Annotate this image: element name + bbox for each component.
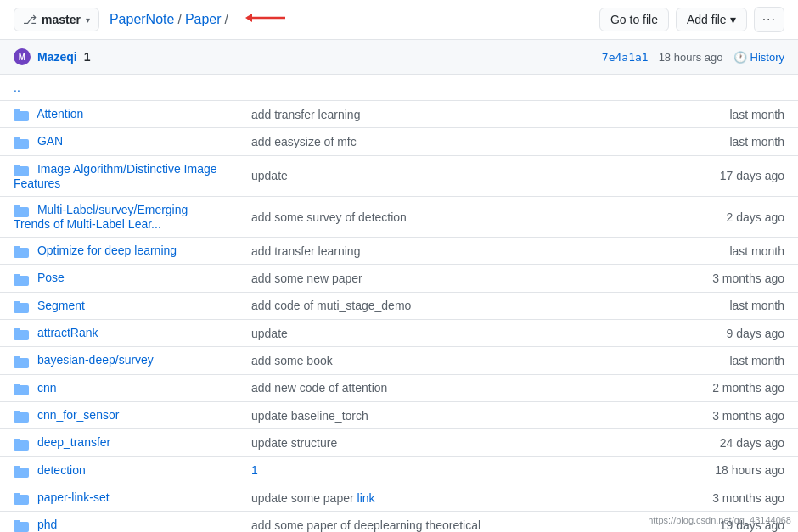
folder-icon [14, 409, 29, 423]
table-row: paper-link-set update some paper link3 m… [0, 484, 798, 511]
folder-icon [14, 108, 29, 121]
file-commit-message: update structure [238, 429, 638, 456]
file-time: last month [638, 292, 798, 319]
file-name-link[interactable]: detection [37, 463, 86, 477]
folder-icon [14, 355, 29, 368]
file-time: 3 months ago [638, 265, 798, 292]
table-row: detection 118 hours ago [0, 456, 798, 484]
file-time: last month [638, 238, 798, 265]
file-name-link[interactable]: Segment [37, 299, 85, 312]
file-name-link[interactable]: deep_transfer [37, 435, 110, 449]
folder-icon [14, 518, 29, 532]
file-name-link[interactable]: phd [37, 518, 57, 531]
file-time: last month [638, 128, 798, 155]
svg-rect-9 [14, 205, 20, 209]
table-row: Optimize for deep learning add transfer … [0, 238, 798, 265]
file-commit-message: add code of muti_stage_demo [238, 292, 638, 319]
avatar: M [14, 48, 31, 65]
file-time: 9 days ago [638, 320, 798, 347]
commit-message-link[interactable]: 1 [251, 463, 258, 477]
breadcrumb-folder[interactable]: Paper [185, 12, 222, 27]
branch-name: master [42, 13, 81, 26]
file-name-link[interactable]: attractRank [37, 326, 98, 339]
file-name-link[interactable]: Multi-Label/survey/Emerging Trends of Mu… [14, 203, 188, 231]
svg-rect-3 [14, 109, 20, 113]
file-commit-message: add some new paper [238, 265, 638, 292]
file-commit-message: add transfer learning [238, 101, 638, 128]
table-row: GAN add easysize of mfclast month [0, 128, 798, 155]
table-row: cnn_for_sensor update baseline_torch3 mo… [0, 401, 798, 428]
svg-rect-7 [14, 165, 20, 168]
svg-rect-19 [14, 356, 20, 360]
branch-selector[interactable]: ⎇ master ▾ [14, 8, 99, 31]
goto-file-button[interactable]: Go to file [599, 8, 669, 31]
table-row: Image Algorithm/Distinctive Image Featur… [0, 155, 798, 196]
branch-icon: ⎇ [23, 13, 37, 26]
add-file-chevron-icon: ▾ [730, 13, 736, 26]
file-name-link[interactable]: bayesian-deep/survey [37, 353, 154, 367]
folder-icon [14, 437, 29, 451]
file-time: last month [638, 347, 798, 374]
file-name-link[interactable]: cnn [37, 381, 57, 395]
file-commit-message: update [238, 320, 638, 347]
history-link[interactable]: 🕐 History [733, 51, 784, 64]
svg-rect-25 [14, 439, 20, 442]
add-file-label: Add file [687, 13, 727, 26]
file-name-link[interactable]: Image Algorithm/Distinctive Image Featur… [14, 162, 217, 190]
table-row: Pose add some new paper3 months ago [0, 265, 798, 292]
file-name-link[interactable]: GAN [37, 134, 63, 148]
folder-icon [14, 272, 29, 286]
file-commit-message: update some paper link [238, 484, 638, 511]
table-row: Attention add transfer learninglast mont… [0, 101, 798, 128]
table-row: bayesian-deep/survey add some booklast m… [0, 347, 798, 374]
file-time: 3 months ago [638, 401, 798, 428]
svg-rect-27 [14, 466, 20, 469]
breadcrumb-repo[interactable]: PaperNote [110, 12, 175, 27]
file-name-link[interactable]: cnn_for_sensor [37, 408, 120, 422]
svg-rect-11 [14, 246, 20, 249]
file-name-link[interactable]: paper-link-set [37, 490, 110, 504]
folder-icon [14, 300, 29, 313]
watermark: https://blog.csdn.net/qq_43144068 [648, 515, 791, 525]
breadcrumb: PaperNote / Paper / [110, 8, 599, 31]
file-commit-message: update [238, 155, 638, 196]
file-commit-message: update baseline_torch [238, 401, 638, 428]
more-options-button[interactable]: ··· [754, 7, 784, 32]
file-time: 2 days ago [638, 196, 798, 237]
file-time: 2 months ago [638, 374, 798, 401]
parent-dir-link[interactable]: .. [14, 81, 20, 94]
file-time: 17 days ago [638, 155, 798, 196]
file-commit-message: add some survey of detection [238, 196, 638, 237]
commit-hash[interactable]: 7e4a1a1 [602, 51, 649, 64]
file-time: last month [638, 101, 798, 128]
commit-author[interactable]: Mazeqi [37, 50, 77, 64]
folder-icon [14, 204, 29, 217]
commit-bar-left: M Mazeqi 1 [14, 48, 602, 65]
commit-bar: M Mazeqi 1 7e4a1a1 18 hours ago 🕐 Histor… [0, 40, 798, 75]
folder-icon [14, 163, 29, 176]
file-commit-message: add some paper of deeplearning theoretic… [238, 512, 638, 532]
commit-count: 1 [84, 50, 91, 64]
file-time: 3 months ago [638, 484, 798, 511]
file-name-link[interactable]: Pose [37, 271, 65, 284]
svg-rect-5 [14, 137, 20, 141]
file-time: 18 hours ago [638, 456, 798, 484]
file-name-link[interactable]: Attention [37, 107, 83, 120]
file-commit-message: add easysize of mfc [238, 128, 638, 155]
add-file-button[interactable]: Add file ▾ [676, 8, 747, 31]
folder-icon [14, 382, 29, 395]
history-label: History [750, 51, 784, 64]
table-row: deep_transfer update structure24 days ag… [0, 429, 798, 456]
file-table: .. Attention add transfer learninglast m… [0, 75, 798, 532]
commit-time: 18 hours ago [659, 51, 723, 64]
file-name-link[interactable]: Optimize for deep learning [37, 244, 177, 257]
arrow-annotation [239, 8, 289, 31]
commit-bar-right: 7e4a1a1 18 hours ago 🕐 History [602, 51, 784, 64]
table-row: Segment add code of muti_stage_demolast … [0, 292, 798, 319]
folder-icon [14, 464, 29, 478]
table-row: Multi-Label/survey/Emerging Trends of Mu… [0, 196, 798, 237]
svg-marker-1 [245, 14, 252, 22]
svg-rect-29 [14, 493, 20, 496]
commit-message-link[interactable]: link [357, 491, 375, 505]
chevron-down-icon: ▾ [86, 15, 90, 25]
